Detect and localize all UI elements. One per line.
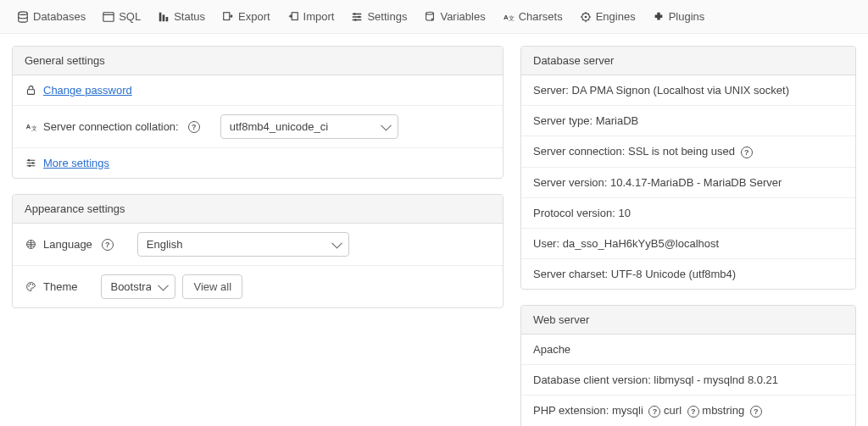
svg-rect-1 (103, 12, 114, 21)
help-icon[interactable]: ? (188, 121, 200, 133)
status-icon (158, 11, 170, 23)
nav-import[interactable]: Import (279, 5, 343, 28)
info-row: Protocol version: 10 (521, 198, 855, 229)
info-row: Server version: 10.4.17-MariaDB - MariaD… (521, 168, 855, 198)
nav-engines[interactable]: Engines (571, 5, 644, 28)
nav-plugins[interactable]: Plugins (644, 5, 714, 28)
panel-title: General settings (13, 47, 503, 75)
charsets-icon: A文 (503, 11, 515, 23)
theme-icon (25, 281, 36, 293)
info-row: User: da_sso_HaH6kYyB5@localhost (521, 229, 855, 259)
svg-point-23 (29, 284, 31, 285)
nav-sql[interactable]: SQL (94, 5, 149, 28)
help-icon[interactable]: ? (750, 406, 762, 418)
svg-point-8 (359, 15, 361, 18)
appearance-settings-panel: Appearance settings Language ? English T… (12, 194, 504, 308)
nav-charsets[interactable]: A文 Charsets (494, 5, 571, 28)
help-icon[interactable]: ? (648, 406, 660, 418)
nav-label: Settings (367, 10, 407, 23)
language-icon (25, 239, 36, 251)
language-select[interactable]: English (137, 232, 349, 257)
nav-export[interactable]: Export (214, 5, 279, 28)
help-icon[interactable]: ? (741, 147, 753, 158)
svg-point-7 (354, 13, 357, 15)
nav-label: Status (174, 10, 205, 23)
nav-label: SQL (119, 10, 141, 23)
info-row: PHP extension: mysqli ? curl ? mbstring … (521, 396, 855, 426)
svg-text:文: 文 (509, 15, 515, 21)
svg-point-18 (27, 159, 29, 161)
svg-rect-15 (27, 90, 34, 95)
svg-point-24 (31, 284, 33, 285)
database-icon (17, 11, 29, 23)
settings-icon (351, 11, 363, 23)
nav-label: Databases (33, 10, 86, 23)
collation-select[interactable]: utf8mb4_unicode_ci (220, 114, 398, 139)
svg-point-0 (19, 11, 28, 14)
svg-point-14 (584, 15, 587, 18)
nav-label: Charsets (519, 10, 563, 23)
svg-rect-6 (292, 12, 298, 19)
engines-icon (580, 11, 592, 23)
svg-rect-2 (159, 12, 162, 21)
plugins-icon (653, 11, 665, 23)
svg-text:A: A (504, 13, 509, 20)
collation-label: Server connection collation: (43, 120, 179, 133)
web-server-panel: Web server Apache Database client versio… (520, 305, 856, 426)
charsets-icon: A文 (25, 121, 36, 133)
nav-label: Import (303, 10, 335, 23)
sql-icon (103, 11, 114, 23)
more-settings-link[interactable]: More settings (43, 157, 109, 169)
export-icon (222, 11, 234, 23)
nav-status[interactable]: Status (149, 5, 214, 28)
variables-icon (424, 11, 436, 23)
nav-label: Plugins (669, 10, 705, 23)
info-row: Server charset: UTF-8 Unicode (utf8mb4) (521, 259, 855, 289)
svg-point-10 (426, 12, 434, 14)
svg-rect-3 (163, 14, 165, 21)
nav-label: Variables (440, 10, 485, 23)
panel-title: Appearance settings (13, 195, 503, 224)
info-text: Server connection: SSL is not being used (533, 145, 735, 158)
nav-settings[interactable]: Settings (342, 5, 415, 28)
info-row: Server type: MariaDB (521, 106, 855, 136)
top-nav: Databases SQL Status Export Import Setti… (0, 0, 868, 34)
panel-title: Database server (521, 47, 855, 75)
help-icon[interactable]: ? (687, 406, 699, 418)
database-server-panel: Database server Server: DA PMA Signon (L… (520, 46, 856, 290)
theme-select[interactable]: Bootstrap (101, 274, 175, 299)
nav-label: Engines (596, 10, 636, 23)
svg-rect-4 (166, 17, 169, 21)
nav-variables[interactable]: Variables (415, 5, 493, 28)
info-row: Apache (521, 335, 855, 365)
lock-icon (25, 85, 36, 97)
view-all-button[interactable]: View all (182, 274, 242, 299)
info-row: Server connection: SSL is not being used… (521, 136, 855, 168)
theme-label: Theme (43, 280, 77, 293)
panel-title: Web server (521, 306, 855, 335)
language-label: Language (43, 238, 92, 251)
change-password-link[interactable]: Change password (43, 84, 132, 97)
svg-point-20 (28, 165, 30, 167)
svg-point-19 (31, 162, 33, 163)
svg-rect-5 (224, 12, 230, 19)
phpext-item: curl (664, 404, 682, 417)
svg-point-9 (354, 19, 357, 21)
general-settings-panel: General settings Change password A文 Serv… (12, 46, 504, 179)
nav-label: Export (238, 10, 270, 23)
phpext-label: PHP extension: (533, 404, 609, 417)
help-icon[interactable]: ? (102, 239, 114, 251)
phpext-item: mbstring (702, 404, 744, 417)
nav-databases[interactable]: Databases (8, 5, 94, 28)
svg-text:文: 文 (31, 125, 36, 131)
phpext-item: mysqli (612, 404, 643, 417)
svg-point-22 (28, 285, 30, 287)
settings-icon (25, 158, 36, 169)
info-row: Database client version: libmysql - mysq… (521, 365, 855, 396)
import-icon (287, 11, 299, 23)
info-row: Server: DA PMA Signon (Localhost via UNI… (521, 75, 855, 106)
